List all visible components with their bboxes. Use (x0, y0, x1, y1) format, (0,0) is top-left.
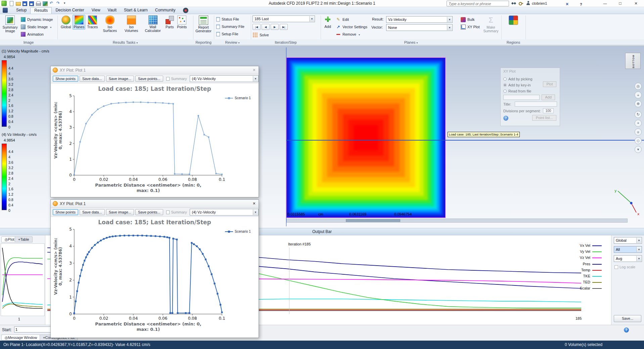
result-quantity-select[interactable]: (4) Vz-Velocity (190, 209, 259, 216)
undo-icon[interactable] (49, 1, 55, 6)
app-logo-icon[interactable] (1, 1, 7, 6)
radio-add-by-picking[interactable]: Add by picking (503, 77, 533, 81)
add-plane-button[interactable]: Add (322, 16, 334, 29)
appearance-icon[interactable] (635, 128, 642, 135)
more-tools-icon[interactable] (635, 146, 642, 153)
previous-iteration-button[interactable] (262, 24, 270, 30)
exchange-apps-icon[interactable] (566, 1, 568, 7)
output-select-all[interactable]: All (614, 246, 642, 253)
summary-checkbox[interactable] (166, 77, 170, 81)
static-image-button[interactable]: Static Image (21, 24, 51, 30)
make-summary-button[interactable]: Make Summary (481, 15, 500, 39)
remove-button[interactable]: Remove (336, 31, 360, 38)
ribbon-item-wall-calculator[interactable]: Wall Calculator (142, 15, 163, 33)
radio-read-from-file[interactable]: Read from file (503, 89, 531, 93)
screencast-icon[interactable] (183, 8, 188, 13)
xy-plot-button[interactable]: XY Plot (461, 24, 480, 30)
close-icon[interactable] (253, 67, 256, 73)
solve-button[interactable]: Solve (252, 32, 269, 38)
xy-button-save-image-[interactable]: Save image... (106, 76, 134, 82)
summary-checkbox[interactable] (166, 210, 170, 214)
vector-settings-button[interactable]: Vector Settings (336, 24, 367, 30)
orbit-icon[interactable] (635, 111, 642, 118)
regions-button[interactable] (504, 15, 523, 39)
maximize-button[interactable] (615, 0, 625, 7)
minimize-button[interactable] (600, 0, 610, 7)
user-avatar-icon[interactable] (526, 1, 531, 6)
ribbon-item-global[interactable]: Global (60, 15, 72, 30)
summary-image-button[interactable]: Summary Image (1, 15, 19, 39)
tab-results[interactable]: Results (30, 7, 52, 14)
xy-plot-window-front[interactable]: XY Plot: Plot 1 Show pointsSave data...S… (50, 199, 259, 338)
xy-button-save-points-[interactable]: Save points... (135, 76, 163, 82)
review-item-status-file[interactable]: Status File (216, 15, 244, 23)
new-file-icon[interactable] (8, 1, 14, 6)
perspective-icon[interactable] (635, 137, 642, 144)
last-iteration-button[interactable] (280, 24, 288, 30)
xy-button-show-points[interactable]: Show points (53, 209, 78, 215)
view-cube[interactable]: BOTTOM (625, 53, 641, 69)
steering-wheel-icon[interactable] (635, 83, 642, 90)
output-select-global[interactable]: Global (614, 237, 642, 244)
iteration-select[interactable]: 185 Last (252, 15, 315, 22)
ribbon-item-planes[interactable]: Planes (73, 15, 85, 30)
review-item-setup-file[interactable]: Setup File (216, 30, 244, 38)
print-icon[interactable] (35, 1, 41, 6)
result-select[interactable]: Vz-Velocity (386, 16, 453, 23)
divisions-input[interactable] (543, 108, 554, 113)
help-icon[interactable] (503, 116, 508, 121)
tab-message-window[interactable]: Message Window (1, 335, 40, 341)
ribbon-item-traces[interactable]: Traces (86, 15, 99, 30)
open-icon[interactable] (15, 1, 21, 6)
help-icon[interactable] (624, 327, 629, 333)
save-as-icon[interactable] (29, 1, 35, 6)
log-scale-option[interactable]: Log scale (614, 265, 635, 269)
tab-table[interactable]: Table (15, 236, 33, 242)
xy-button-save-image-[interactable]: Save image... (106, 209, 134, 215)
start-input[interactable] (14, 326, 54, 333)
search-binoculars-icon[interactable] (511, 1, 516, 6)
group-label-review[interactable]: Review (214, 40, 250, 45)
sign-in-key-icon[interactable] (518, 1, 523, 5)
log-scale-checkbox[interactable] (614, 265, 618, 269)
tab-start-learn[interactable]: Start & Learn (120, 7, 151, 14)
xy-button-save-data-[interactable]: Save data... (80, 76, 105, 82)
plane-line-horizontal[interactable] (286, 140, 644, 141)
horizontal-scrollbar[interactable] (286, 219, 628, 223)
window-titlebar[interactable]: XY Plot: Plot 1 (51, 66, 259, 74)
plot-title-input[interactable] (515, 102, 557, 107)
radio-add-by-key-in[interactable]: Add by key-in (503, 83, 531, 87)
velocity-heatmap-plane[interactable] (286, 57, 446, 218)
review-item-summary-file[interactable]: Summary File (216, 23, 244, 30)
next-iteration-button[interactable] (271, 24, 279, 30)
xy-plot-window-back[interactable]: XY Plot: Plot 1 Show pointsSave data...S… (50, 66, 259, 197)
group-label-planes[interactable]: Planes (321, 40, 501, 45)
output-select-avg[interactable]: Avg (614, 255, 642, 262)
ribbon-item-iso-surfaces[interactable]: Iso Surfaces (99, 15, 120, 33)
ribbon-item-iso-volumes[interactable]: Iso Volumes (121, 15, 142, 33)
window-titlebar[interactable]: XY Plot: Plot 1 (51, 200, 259, 208)
help-icon[interactable] (580, 1, 582, 7)
xy-button-show-points[interactable]: Show points (53, 76, 78, 82)
zoom-icon[interactable] (635, 100, 642, 107)
save-button[interactable]: Save... (614, 315, 641, 322)
search-input[interactable] (447, 1, 509, 6)
first-iteration-button[interactable] (252, 24, 261, 30)
result-quantity-select[interactable]: (4) Vz-Velocity (190, 75, 259, 82)
pan-icon[interactable] (635, 91, 642, 99)
ribbon-item-points[interactable]: Points (176, 15, 188, 30)
animation-button[interactable]: Animation (21, 31, 44, 38)
key-in-input[interactable] (503, 95, 540, 100)
scrollbar-thumb[interactable] (346, 219, 400, 222)
edit-button[interactable]: Edit (336, 16, 349, 23)
tab-decision-center[interactable]: Decision Center (52, 7, 88, 14)
username[interactable]: ctobrien1 (532, 1, 547, 5)
qat-menu-icon[interactable] (62, 1, 68, 6)
vector-select[interactable]: None (386, 24, 453, 31)
tab-vault[interactable]: Vault (104, 7, 120, 14)
close-icon[interactable] (253, 201, 256, 206)
app-menu-icon[interactable] (3, 8, 8, 13)
report-generator-button[interactable]: Report Generator (194, 15, 213, 39)
tab-view[interactable]: View (88, 7, 104, 14)
redo-icon[interactable] (55, 1, 61, 6)
